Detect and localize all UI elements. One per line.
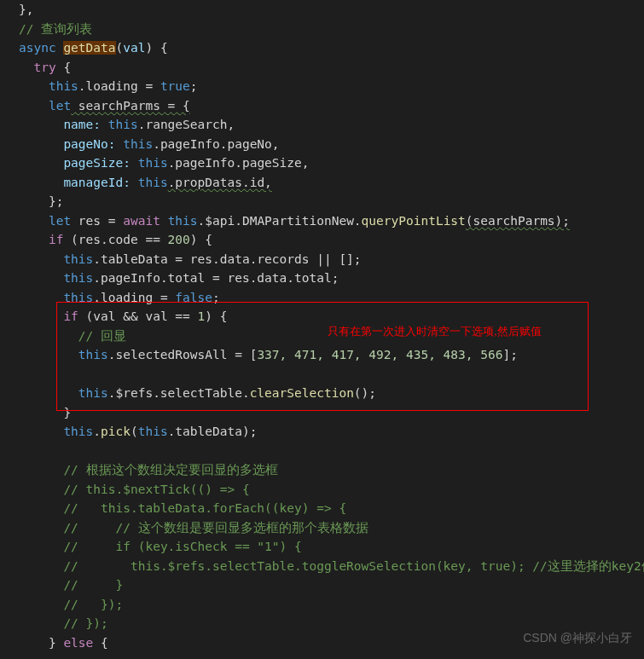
code-line: name: this.rangeSearch, <box>19 118 235 131</box>
code-line: if (val && val == 1) { <box>19 309 227 323</box>
code-line: // }); <box>19 598 123 611</box>
code-line: } <box>19 406 71 419</box>
code-line: // 回显 <box>19 329 126 343</box>
code-line: }, <box>19 3 33 16</box>
code-editor[interactable]: }, // 查询列表 async getData(val) { try { th… <box>0 0 644 652</box>
code-line: } else { <box>19 636 108 650</box>
code-line: this.pageInfo.total = res.data.total; <box>19 271 339 285</box>
code-line: // 查询列表 <box>19 22 92 36</box>
code-line: // this.tableData.forEach((key) => { <box>19 501 346 515</box>
code-line: this.loading = false; <box>19 291 220 304</box>
code-line: this.pick(this.tableData); <box>19 425 257 438</box>
code-line: pageNo: this.pageInfo.pageNo, <box>19 137 280 151</box>
annotation-text: 只有在第一次进入时清空一下选项,然后赋值 <box>328 322 542 342</box>
code-line: this.$refs.selectTable.clearSelection(); <box>19 386 376 400</box>
code-line: let searchParms = { <box>19 99 190 113</box>
code-line: pageSize: this.pageInfo.pageSize, <box>19 156 310 170</box>
code-line: // }); <box>19 616 108 630</box>
code-line: // this.$refs.selectTable.toggleRowSelec… <box>19 559 644 573</box>
code-line: // // 这个数组是要回显多选框的那个表格数据 <box>19 521 368 535</box>
code-line: }; <box>19 194 63 208</box>
code-line: // 根据这个数组决定要回显的多选框 <box>19 463 278 477</box>
code-line: let res = await this.$api.DMAPartitionNe… <box>19 214 570 228</box>
watermark: CSDN @神探小白牙 <box>523 628 632 648</box>
code-line: this.loading = true; <box>19 79 198 93</box>
code-line: if (res.code == 200) { <box>19 233 212 246</box>
code-line: this.tableData = res.data.records || []; <box>19 252 362 266</box>
code-line: // if (key.isCheck == "1") { <box>19 540 302 553</box>
code-line: // } <box>19 578 123 592</box>
code-line: this.selectedRowsAll = [337, 471, 417, 4… <box>19 348 518 361</box>
code-line: try { <box>19 61 71 74</box>
code-line: manageId: this.propDatas.id, <box>19 176 272 189</box>
code-line: async getData(val) { <box>19 41 168 55</box>
code-line: // this.$nextTick(() => { <box>19 483 250 496</box>
